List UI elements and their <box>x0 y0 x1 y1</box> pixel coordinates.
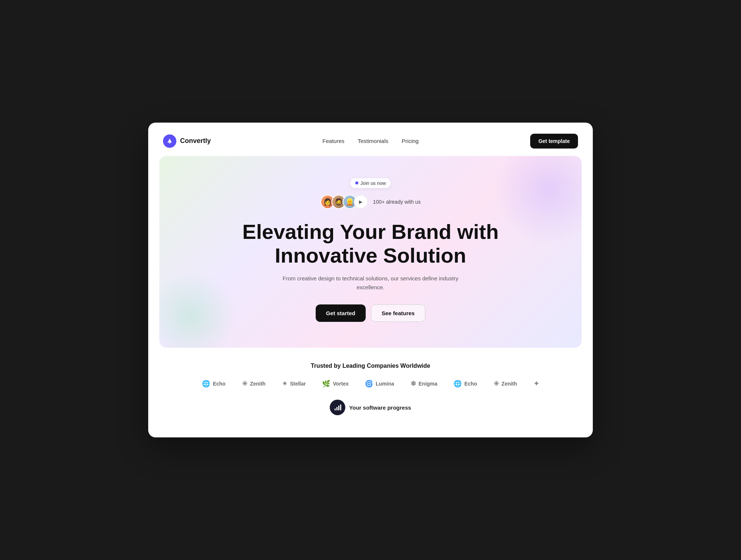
company-echo-1: 🌐 Echo <box>194 380 233 388</box>
nav-links: Features Testimonials Pricing <box>322 138 419 144</box>
company-name-vortex: Vortex <box>333 381 349 387</box>
hero-subtitle: From creative design to technical soluti… <box>270 274 471 292</box>
already-text: 100+ already with us <box>373 199 421 205</box>
company-zenith-1: ✳ Zenith <box>234 380 274 388</box>
logo-area: Convertly <box>163 134 211 148</box>
play-button[interactable]: ▶ <box>354 195 368 209</box>
svg-rect-3 <box>338 406 339 410</box>
company-name-echo-1: Echo <box>213 381 225 387</box>
extra-icon: ✦ <box>534 380 539 388</box>
logo-text: Convertly <box>180 137 211 145</box>
hero-section: Join us now 👩 🧔 👱 ▶ 100+ already with us… <box>159 156 582 348</box>
trusted-section: Trusted by Leading Companies Worldwide 🌐… <box>159 348 582 423</box>
join-badge: Join us now <box>350 178 391 188</box>
progress-icon <box>330 400 345 415</box>
progress-badge: Your software progress <box>163 400 578 415</box>
zenith-icon-2: ✳ <box>494 380 499 388</box>
company-name-enigma: Enigma <box>419 381 438 387</box>
enigma-icon: ❄ <box>411 380 416 388</box>
company-name-lumina: Lumina <box>376 381 394 387</box>
nav-item-features[interactable]: Features <box>322 138 344 144</box>
company-vortex: 🌿 Vortex <box>314 380 357 388</box>
company-zenith-2: ✳ Zenith <box>485 380 525 388</box>
svg-rect-4 <box>340 404 341 410</box>
zenith-icon-1: ✳ <box>242 380 247 388</box>
browser-frame: Convertly Features Testimonials Pricing … <box>148 123 593 438</box>
stellar-icon: ✴ <box>282 380 288 388</box>
company-lumina: 🌀 Lumina <box>357 380 402 388</box>
company-enigma: ❄ Enigma <box>402 380 446 388</box>
hero-title: Elevating Your Brand with Innovative Sol… <box>174 220 567 268</box>
see-features-button[interactable]: See features <box>371 304 425 322</box>
companies-row: 🌐 Echo ✳ Zenith ✴ Stellar 🌿 Vortex 🌀 Lum… <box>163 380 578 388</box>
svg-rect-2 <box>336 407 338 410</box>
nav-item-testimonials[interactable]: Testimonials <box>358 138 389 144</box>
progress-label: Your software progress <box>349 404 411 411</box>
get-template-button[interactable]: Get template <box>530 134 578 149</box>
join-dot <box>355 181 358 184</box>
company-name-echo-2: Echo <box>464 381 477 387</box>
svg-point-0 <box>169 142 170 144</box>
svg-rect-1 <box>335 409 336 410</box>
nav-item-pricing[interactable]: Pricing <box>402 138 419 144</box>
navbar: Convertly Features Testimonials Pricing … <box>159 134 582 156</box>
company-echo-2: 🌐 Echo <box>445 380 485 388</box>
echo-icon-2: 🌐 <box>453 380 462 388</box>
trusted-title: Trusted by Leading Companies Worldwide <box>163 363 578 369</box>
hero-buttons: Get started See features <box>174 304 567 322</box>
company-stellar: ✴ Stellar <box>274 380 314 388</box>
company-name-zenith-2: Zenith <box>502 381 517 387</box>
vortex-icon: 🌿 <box>322 380 330 388</box>
company-name-zenith-1: Zenith <box>250 381 266 387</box>
avatars-row: 👩 🧔 👱 ▶ 100+ already with us <box>174 195 567 209</box>
logo-icon <box>163 134 176 148</box>
get-started-button[interactable]: Get started <box>316 304 366 322</box>
company-extra: ✦ <box>525 380 547 388</box>
company-name-stellar: Stellar <box>290 381 306 387</box>
echo-icon-1: 🌐 <box>202 380 210 388</box>
lumina-icon: 🌀 <box>365 380 373 388</box>
